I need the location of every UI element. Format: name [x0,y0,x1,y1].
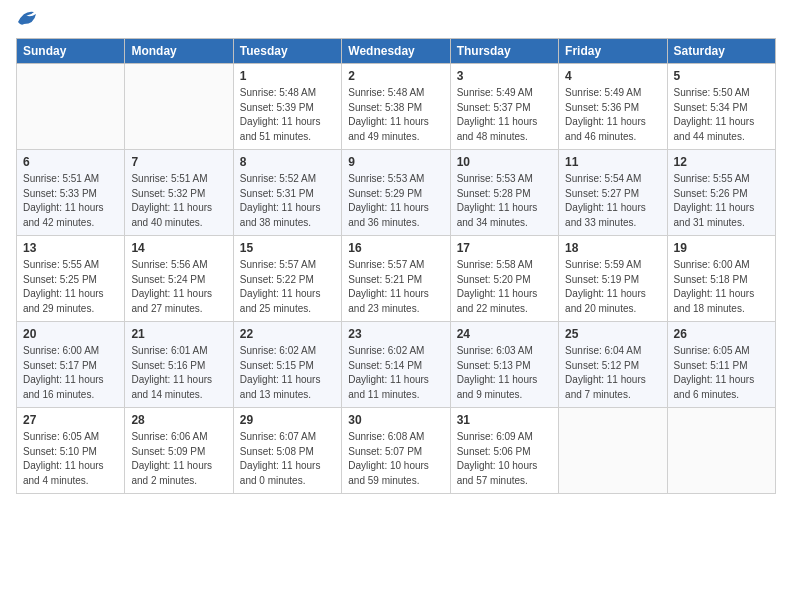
day-info: Sunrise: 6:04 AMSunset: 5:12 PMDaylight:… [565,344,660,402]
calendar-cell: 28Sunrise: 6:06 AMSunset: 5:09 PMDayligh… [125,408,233,494]
weekday-header-monday: Monday [125,39,233,64]
logo-bird-icon [16,8,38,26]
day-number: 29 [240,413,335,427]
calendar-cell: 16Sunrise: 5:57 AMSunset: 5:21 PMDayligh… [342,236,450,322]
page-header [16,16,776,26]
calendar-cell: 2Sunrise: 5:48 AMSunset: 5:38 PMDaylight… [342,64,450,150]
calendar-cell: 29Sunrise: 6:07 AMSunset: 5:08 PMDayligh… [233,408,341,494]
day-info: Sunrise: 6:07 AMSunset: 5:08 PMDaylight:… [240,430,335,488]
day-number: 27 [23,413,118,427]
day-info: Sunrise: 5:48 AMSunset: 5:39 PMDaylight:… [240,86,335,144]
calendar-header-row: SundayMondayTuesdayWednesdayThursdayFrid… [17,39,776,64]
day-number: 3 [457,69,552,83]
calendar-cell: 31Sunrise: 6:09 AMSunset: 5:06 PMDayligh… [450,408,558,494]
day-info: Sunrise: 6:00 AMSunset: 5:18 PMDaylight:… [674,258,769,316]
day-info: Sunrise: 6:02 AMSunset: 5:14 PMDaylight:… [348,344,443,402]
weekday-header-friday: Friday [559,39,667,64]
calendar-cell: 30Sunrise: 6:08 AMSunset: 5:07 PMDayligh… [342,408,450,494]
day-number: 19 [674,241,769,255]
day-info: Sunrise: 6:05 AMSunset: 5:11 PMDaylight:… [674,344,769,402]
calendar-cell: 21Sunrise: 6:01 AMSunset: 5:16 PMDayligh… [125,322,233,408]
calendar-cell: 20Sunrise: 6:00 AMSunset: 5:17 PMDayligh… [17,322,125,408]
day-number: 5 [674,69,769,83]
day-number: 22 [240,327,335,341]
day-number: 31 [457,413,552,427]
calendar-week-row: 20Sunrise: 6:00 AMSunset: 5:17 PMDayligh… [17,322,776,408]
calendar-cell: 5Sunrise: 5:50 AMSunset: 5:34 PMDaylight… [667,64,775,150]
day-info: Sunrise: 5:54 AMSunset: 5:27 PMDaylight:… [565,172,660,230]
day-number: 1 [240,69,335,83]
day-number: 4 [565,69,660,83]
calendar-cell: 14Sunrise: 5:56 AMSunset: 5:24 PMDayligh… [125,236,233,322]
day-info: Sunrise: 5:53 AMSunset: 5:29 PMDaylight:… [348,172,443,230]
calendar-week-row: 6Sunrise: 5:51 AMSunset: 5:33 PMDaylight… [17,150,776,236]
logo [16,16,38,26]
calendar-cell: 8Sunrise: 5:52 AMSunset: 5:31 PMDaylight… [233,150,341,236]
day-number: 30 [348,413,443,427]
calendar-table: SundayMondayTuesdayWednesdayThursdayFrid… [16,38,776,494]
day-info: Sunrise: 6:03 AMSunset: 5:13 PMDaylight:… [457,344,552,402]
calendar-cell: 24Sunrise: 6:03 AMSunset: 5:13 PMDayligh… [450,322,558,408]
calendar-cell [125,64,233,150]
calendar-cell [17,64,125,150]
day-number: 14 [131,241,226,255]
day-info: Sunrise: 6:02 AMSunset: 5:15 PMDaylight:… [240,344,335,402]
day-info: Sunrise: 5:57 AMSunset: 5:22 PMDaylight:… [240,258,335,316]
day-number: 8 [240,155,335,169]
calendar-cell: 3Sunrise: 5:49 AMSunset: 5:37 PMDaylight… [450,64,558,150]
day-info: Sunrise: 5:51 AMSunset: 5:32 PMDaylight:… [131,172,226,230]
day-info: Sunrise: 5:51 AMSunset: 5:33 PMDaylight:… [23,172,118,230]
calendar-cell: 4Sunrise: 5:49 AMSunset: 5:36 PMDaylight… [559,64,667,150]
day-info: Sunrise: 5:50 AMSunset: 5:34 PMDaylight:… [674,86,769,144]
calendar-cell [667,408,775,494]
calendar-cell: 6Sunrise: 5:51 AMSunset: 5:33 PMDaylight… [17,150,125,236]
day-number: 21 [131,327,226,341]
day-number: 24 [457,327,552,341]
day-number: 9 [348,155,443,169]
day-info: Sunrise: 5:52 AMSunset: 5:31 PMDaylight:… [240,172,335,230]
day-info: Sunrise: 6:08 AMSunset: 5:07 PMDaylight:… [348,430,443,488]
day-number: 23 [348,327,443,341]
day-number: 13 [23,241,118,255]
day-info: Sunrise: 6:06 AMSunset: 5:09 PMDaylight:… [131,430,226,488]
calendar-cell: 18Sunrise: 5:59 AMSunset: 5:19 PMDayligh… [559,236,667,322]
day-number: 11 [565,155,660,169]
day-number: 2 [348,69,443,83]
weekday-header-thursday: Thursday [450,39,558,64]
calendar-cell: 13Sunrise: 5:55 AMSunset: 5:25 PMDayligh… [17,236,125,322]
day-info: Sunrise: 5:57 AMSunset: 5:21 PMDaylight:… [348,258,443,316]
calendar-cell [559,408,667,494]
calendar-cell: 10Sunrise: 5:53 AMSunset: 5:28 PMDayligh… [450,150,558,236]
weekday-header-sunday: Sunday [17,39,125,64]
day-number: 10 [457,155,552,169]
calendar-cell: 12Sunrise: 5:55 AMSunset: 5:26 PMDayligh… [667,150,775,236]
day-info: Sunrise: 5:53 AMSunset: 5:28 PMDaylight:… [457,172,552,230]
day-info: Sunrise: 5:48 AMSunset: 5:38 PMDaylight:… [348,86,443,144]
day-number: 28 [131,413,226,427]
day-number: 16 [348,241,443,255]
day-info: Sunrise: 6:09 AMSunset: 5:06 PMDaylight:… [457,430,552,488]
weekday-header-wednesday: Wednesday [342,39,450,64]
day-number: 25 [565,327,660,341]
day-number: 20 [23,327,118,341]
day-info: Sunrise: 6:00 AMSunset: 5:17 PMDaylight:… [23,344,118,402]
calendar-week-row: 27Sunrise: 6:05 AMSunset: 5:10 PMDayligh… [17,408,776,494]
day-info: Sunrise: 6:05 AMSunset: 5:10 PMDaylight:… [23,430,118,488]
day-number: 15 [240,241,335,255]
calendar-cell: 23Sunrise: 6:02 AMSunset: 5:14 PMDayligh… [342,322,450,408]
calendar-week-row: 1Sunrise: 5:48 AMSunset: 5:39 PMDaylight… [17,64,776,150]
day-number: 7 [131,155,226,169]
day-info: Sunrise: 5:49 AMSunset: 5:37 PMDaylight:… [457,86,552,144]
calendar-cell: 26Sunrise: 6:05 AMSunset: 5:11 PMDayligh… [667,322,775,408]
calendar-cell: 27Sunrise: 6:05 AMSunset: 5:10 PMDayligh… [17,408,125,494]
day-info: Sunrise: 5:58 AMSunset: 5:20 PMDaylight:… [457,258,552,316]
day-info: Sunrise: 5:49 AMSunset: 5:36 PMDaylight:… [565,86,660,144]
calendar-cell: 25Sunrise: 6:04 AMSunset: 5:12 PMDayligh… [559,322,667,408]
day-number: 17 [457,241,552,255]
calendar-cell: 15Sunrise: 5:57 AMSunset: 5:22 PMDayligh… [233,236,341,322]
weekday-header-tuesday: Tuesday [233,39,341,64]
day-info: Sunrise: 5:59 AMSunset: 5:19 PMDaylight:… [565,258,660,316]
day-number: 6 [23,155,118,169]
calendar-cell: 9Sunrise: 5:53 AMSunset: 5:29 PMDaylight… [342,150,450,236]
day-number: 18 [565,241,660,255]
